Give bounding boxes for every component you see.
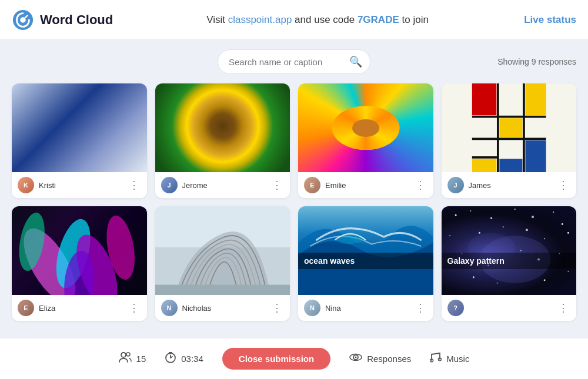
card-image-3 bbox=[298, 83, 433, 172]
card-footer-1: K Kristi ⋮ bbox=[12, 172, 147, 198]
music-icon bbox=[430, 351, 442, 366]
svg-rect-8 bbox=[472, 83, 496, 115]
card-image-2 bbox=[155, 83, 290, 172]
svg-point-54 bbox=[355, 357, 357, 358]
card-emilie: E Emilie ⋮ bbox=[298, 83, 433, 198]
avatar-eliza: E bbox=[18, 300, 34, 316]
caption-overlay-8: Galaxy pattern bbox=[442, 253, 577, 269]
card-image-4 bbox=[442, 83, 577, 172]
svg-point-24 bbox=[470, 210, 471, 212]
more-menu-3[interactable]: ⋮ bbox=[413, 178, 427, 192]
timer-item: 03:34 bbox=[165, 351, 203, 366]
responses-item[interactable]: Responses bbox=[349, 352, 411, 365]
card-footer-2: J Jerome ⋮ bbox=[155, 172, 290, 198]
search-wrapper: 🔍 bbox=[218, 49, 370, 74]
card-footer-3: E Emilie ⋮ bbox=[298, 172, 433, 198]
svg-point-26 bbox=[514, 209, 515, 210]
user-name-kristi: Kristi bbox=[39, 181, 122, 190]
svg-point-27 bbox=[532, 216, 534, 218]
card-james: J James ⋮ bbox=[442, 83, 577, 198]
svg-point-33 bbox=[525, 229, 527, 231]
responses-icon bbox=[349, 352, 362, 365]
showing-count: Showing 9 responses bbox=[497, 57, 576, 66]
timer-display: 03:34 bbox=[181, 354, 203, 364]
svg-point-46 bbox=[567, 271, 569, 272]
caption-overlay-7: ocean waves bbox=[298, 253, 433, 269]
user-name-nina: Nina bbox=[325, 304, 409, 313]
svg-point-28 bbox=[553, 212, 554, 213]
svg-point-30 bbox=[449, 235, 450, 236]
svg-point-29 bbox=[561, 223, 563, 225]
svg-line-56 bbox=[432, 353, 440, 354]
logo-icon bbox=[12, 9, 34, 31]
live-status-link[interactable]: Live status bbox=[506, 14, 576, 26]
svg-rect-22 bbox=[155, 285, 290, 295]
svg-point-32 bbox=[502, 226, 503, 227]
avatar-james: J bbox=[447, 177, 464, 193]
more-menu-6[interactable]: ⋮ bbox=[270, 301, 284, 315]
svg-point-44 bbox=[496, 283, 497, 284]
visit-text: Visit bbox=[206, 14, 225, 25]
classpoint-link[interactable]: classpoint.app bbox=[228, 14, 292, 25]
card-jerome: J Jerome ⋮ bbox=[155, 83, 290, 198]
image-grid: K Kristi ⋮ J Jerome ⋮ E Emilie bbox=[12, 83, 576, 321]
avatar-emilie: E bbox=[304, 177, 320, 193]
card-footer-7: N Nina ⋮ bbox=[298, 295, 433, 321]
svg-point-34 bbox=[544, 238, 545, 239]
svg-point-25 bbox=[490, 217, 492, 219]
participants-icon bbox=[119, 352, 132, 365]
avatar-jerome: J bbox=[161, 177, 178, 193]
svg-point-47 bbox=[121, 353, 126, 357]
card-image-1 bbox=[12, 83, 147, 172]
card-kristi: K Kristi ⋮ bbox=[12, 83, 147, 198]
svg-point-45 bbox=[543, 279, 545, 281]
card-image-6 bbox=[155, 206, 290, 295]
user-name-james: James bbox=[469, 181, 552, 190]
user-name-eliza: Eliza bbox=[39, 304, 122, 313]
more-menu-8[interactable]: ⋮ bbox=[556, 301, 570, 315]
more-menu-7[interactable]: ⋮ bbox=[413, 301, 427, 315]
avatar-nicholas: N bbox=[161, 300, 178, 316]
music-item[interactable]: Music bbox=[430, 351, 469, 366]
music-label: Music bbox=[446, 354, 469, 364]
more-menu-1[interactable]: ⋮ bbox=[127, 178, 141, 192]
close-submission-button[interactable]: Close submission bbox=[222, 348, 330, 370]
to-join-text: to join bbox=[402, 14, 429, 25]
participants-item: 15 bbox=[119, 352, 146, 365]
card-nicholas: N Nicholas ⋮ bbox=[155, 206, 290, 321]
logo-title: Word Cloud bbox=[40, 12, 113, 28]
search-icon: 🔍 bbox=[349, 55, 362, 68]
user-name-jerome: Jerome bbox=[182, 181, 266, 190]
svg-point-23 bbox=[455, 214, 456, 216]
search-input[interactable] bbox=[218, 49, 370, 74]
bottom-bar: 15 03:34 Close submission Responses bbox=[0, 338, 588, 379]
timer-icon bbox=[165, 351, 176, 366]
join-text: and use code bbox=[295, 14, 358, 25]
user-name-nicholas: Nicholas bbox=[182, 304, 266, 313]
svg-rect-11 bbox=[499, 118, 522, 137]
card-footer-8: ? ⋮ bbox=[442, 295, 577, 321]
header: Word Cloud Visit classpoint.app and use … bbox=[0, 0, 588, 40]
svg-point-35 bbox=[567, 232, 569, 234]
logo-area: Word Cloud bbox=[12, 9, 129, 31]
responses-label: Responses bbox=[367, 354, 411, 364]
svg-point-48 bbox=[126, 353, 130, 356]
svg-rect-12 bbox=[472, 159, 496, 172]
card-eliza: E Eliza ⋮ bbox=[12, 206, 147, 321]
svg-point-43 bbox=[472, 276, 474, 278]
card-nina: ocean waves N Nina ⋮ bbox=[298, 206, 433, 321]
svg-rect-9 bbox=[525, 83, 546, 115]
more-menu-4[interactable]: ⋮ bbox=[556, 178, 570, 192]
more-menu-2[interactable]: ⋮ bbox=[270, 178, 284, 192]
card-footer-5: E Eliza ⋮ bbox=[12, 295, 147, 321]
card-galaxy: Galaxy pattern ? ⋮ bbox=[442, 206, 577, 321]
card-image-7: ocean waves bbox=[298, 206, 433, 295]
svg-point-31 bbox=[478, 232, 480, 234]
user-name-emilie: Emilie bbox=[325, 181, 409, 190]
main-content: 🔍 Showing 9 responses K Kristi ⋮ J Jerom… bbox=[0, 40, 588, 338]
card-footer-6: N Nicholas ⋮ bbox=[155, 295, 290, 321]
search-container: 🔍 Showing 9 responses bbox=[12, 49, 576, 74]
more-menu-5[interactable]: ⋮ bbox=[127, 301, 141, 315]
avatar-kristi: K bbox=[18, 177, 34, 193]
avatar-galaxy-user: ? bbox=[447, 300, 464, 316]
